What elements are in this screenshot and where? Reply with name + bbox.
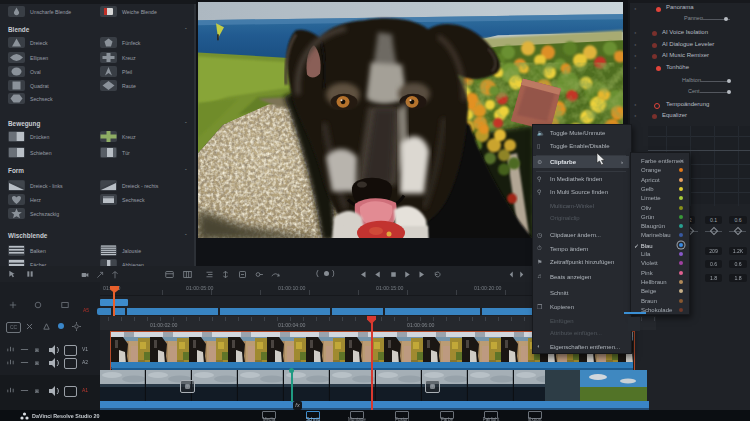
svg-text:◙: ◙	[35, 387, 39, 394]
svg-text:◙: ◙	[35, 359, 39, 366]
svg-text:◙: ◙	[35, 346, 39, 353]
